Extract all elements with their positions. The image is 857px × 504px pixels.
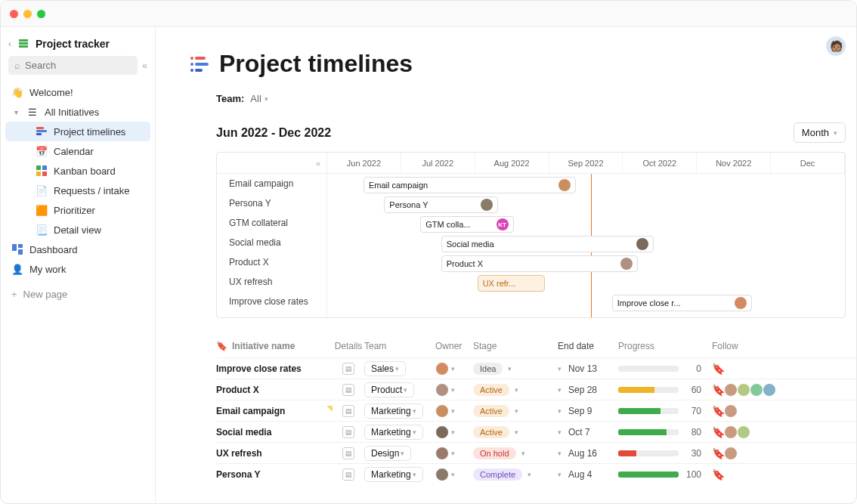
details-icon[interactable]: ▤ <box>342 426 354 438</box>
search-box[interactable]: ⌕ <box>8 56 138 75</box>
chevron-down-icon[interactable]: ▾ <box>528 471 531 478</box>
gantt-row-name[interactable]: UX refresh <box>217 272 326 292</box>
chevron-down-icon[interactable]: ▾ <box>451 471 455 478</box>
table-row[interactable]: Email campaign▤Marketing ▾▾Active▾▾Sep 9… <box>216 400 856 421</box>
view-scale-selector[interactable]: Month ▾ <box>794 122 846 143</box>
owner-avatar[interactable] <box>435 468 449 481</box>
chevron-down-icon[interactable]: ▾ <box>451 428 455 436</box>
details-icon[interactable]: ▤ <box>342 384 354 396</box>
avatar <box>636 238 648 250</box>
chevron-down-icon[interactable]: ▾ <box>558 386 562 394</box>
team-selector[interactable]: Marketing ▾ <box>364 467 423 482</box>
team-selector[interactable]: Sales ▾ <box>364 361 406 376</box>
svg-rect-6 <box>36 165 41 170</box>
bookmark-icon[interactable]: 🔖 <box>712 447 725 459</box>
sidebar-item-prioritizer[interactable]: 🟧Prioritizer <box>5 200 150 220</box>
table-row[interactable]: Persona Y▤Marketing ▾▾Complete▾▾Aug 4100… <box>216 463 856 484</box>
team-selector[interactable]: Marketing ▾ <box>364 404 423 419</box>
table-row[interactable]: Product X▤Product ▾▾Active▾▾Sep 2860🔖 <box>216 379 856 400</box>
stage-pill[interactable]: Active <box>473 384 509 396</box>
sidebar-item-welcome-[interactable]: 👋Welcome! <box>5 82 150 102</box>
gantt-row-name[interactable]: Persona Y <box>217 193 326 213</box>
sidebar-item-kanban-board[interactable]: Kanban board <box>5 161 150 181</box>
gantt-month-header: Nov 2022 <box>697 153 771 173</box>
chevron-down-icon[interactable]: ▾ <box>515 386 518 394</box>
sidebar-item-calendar[interactable]: 📅Calendar <box>5 141 150 161</box>
gantt-bar[interactable]: Social media <box>441 236 654 252</box>
chevron-down-icon[interactable]: ▾ <box>515 407 518 415</box>
initiative-name: Email campaign <box>216 406 285 416</box>
details-icon[interactable]: ▤ <box>342 363 354 375</box>
sidebar-item-requests-intake[interactable]: 📄Requests / intake <box>5 181 150 200</box>
back-icon[interactable]: ‹ <box>8 39 11 49</box>
sidebar-collapse-icon[interactable]: « <box>142 60 147 71</box>
chevron-down-icon[interactable]: ▾ <box>521 450 525 457</box>
sidebar-item-detail-view[interactable]: 📃Detail view <box>5 220 150 240</box>
team-selector[interactable]: Marketing ▾ <box>364 425 423 440</box>
avatar <box>620 258 633 270</box>
chevron-down-icon[interactable]: ▾ <box>558 450 562 457</box>
stage-pill[interactable]: Active <box>473 426 509 438</box>
sidebar-item-label: Project timelines <box>54 126 125 138</box>
new-page-button[interactable]: + New page <box>1 285 155 304</box>
stage-pill[interactable]: On hold <box>473 447 516 459</box>
team-selector[interactable]: Design ▾ <box>364 446 411 461</box>
chevron-down-icon[interactable]: ▾ <box>508 365 512 373</box>
details-icon[interactable]: ▤ <box>342 447 354 459</box>
stage-pill[interactable]: Complete <box>473 468 522 481</box>
maximize-window[interactable] <box>37 10 45 18</box>
gantt-row-name[interactable]: Social media <box>217 233 326 252</box>
chevron-down-icon[interactable]: ▾ <box>451 407 455 415</box>
chevron-down-icon[interactable]: ▾ <box>451 450 455 457</box>
table-row[interactable]: Improve close rates▤Sales ▾▾Idea▾▾Nov 13… <box>216 357 856 379</box>
bookmark-icon[interactable]: 🔖 <box>712 405 725 417</box>
chevron-down-icon[interactable]: ▾ <box>558 428 562 436</box>
chevron-down-icon[interactable]: ▾ <box>558 365 562 373</box>
bookmark-icon[interactable]: 🔖 <box>712 384 725 396</box>
owner-avatar[interactable] <box>435 404 449 418</box>
gantt-bar[interactable]: Improve close r... <box>612 295 752 311</box>
chevron-down-icon[interactable]: ▾ <box>515 428 518 436</box>
bookmark-icon[interactable]: 🔖 <box>712 468 725 481</box>
gantt-row-name[interactable]: Product X <box>217 252 326 272</box>
dashboard-icon <box>11 243 23 255</box>
gantt-row-name[interactable]: Improve close rates <box>217 292 326 311</box>
minimize-window[interactable] <box>23 10 32 18</box>
svg-rect-5 <box>36 133 42 135</box>
gantt-bar[interactable]: UX refr... <box>478 275 545 292</box>
details-icon[interactable]: ▤ <box>342 468 354 481</box>
gantt-bar[interactable]: GTM colla...KT <box>420 216 513 233</box>
sidebar-item-dashboard[interactable]: Dashboard <box>5 240 150 259</box>
sidebar-item-my-work[interactable]: 👤My work <box>5 259 150 279</box>
workspace-icon <box>17 38 29 50</box>
bookmark-icon[interactable]: 🔖 <box>712 363 725 375</box>
chevron-down-icon[interactable]: ▾ <box>558 471 562 478</box>
table-row[interactable]: Social media▤Marketing ▾▾Active▾▾Oct 780… <box>216 421 856 442</box>
gantt-row-name[interactable]: GTM collateral <box>217 213 326 233</box>
chevron-down-icon[interactable]: ▾ <box>451 365 455 373</box>
close-window[interactable] <box>10 10 18 18</box>
owner-avatar[interactable] <box>435 425 449 439</box>
user-avatar[interactable]: 🧑🏽 <box>826 36 846 56</box>
gantt-bar[interactable]: Product X <box>441 255 638 272</box>
search-input[interactable] <box>25 60 131 71</box>
stage-pill[interactable]: Idea <box>473 363 503 375</box>
gantt-bar[interactable]: Email campaign <box>364 177 576 193</box>
owner-avatar[interactable] <box>435 447 449 460</box>
team-value: Product <box>371 385 402 395</box>
team-selector[interactable]: All ▾ <box>250 93 268 104</box>
gantt-row-name[interactable]: Email campaign <box>217 174 326 193</box>
chevron-down-icon[interactable]: ▾ <box>451 386 455 394</box>
gantt-bar[interactable]: Persona Y <box>384 196 498 213</box>
details-icon[interactable]: ▤ <box>342 405 354 417</box>
gantt-collapse-icon[interactable]: « <box>316 159 320 168</box>
owner-avatar[interactable] <box>435 362 449 376</box>
sidebar-item-all-initiatives[interactable]: ▾☰All Initiatives <box>5 102 150 122</box>
stage-pill[interactable]: Active <box>473 405 509 417</box>
table-row[interactable]: UX refresh▤Design ▾▾On hold▾▾Aug 1630🔖 <box>216 442 856 463</box>
chevron-down-icon[interactable]: ▾ <box>558 407 562 415</box>
bookmark-icon[interactable]: 🔖 <box>712 426 725 438</box>
owner-avatar[interactable] <box>435 383 449 397</box>
team-selector[interactable]: Product ▾ <box>364 382 414 397</box>
sidebar-item-project-timelines[interactable]: Project timelines <box>5 122 150 141</box>
